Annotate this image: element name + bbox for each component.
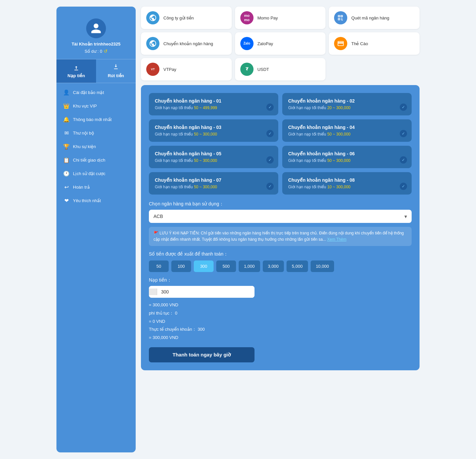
bank-card-limit: Giới hạn nạp tối thiểu 50 ~ 499,999 [155, 106, 272, 110]
tab-deposit[interactable]: Nạp tiền [56, 59, 96, 83]
menu-icon: 👑 [63, 103, 70, 109]
menu-item-label: Khu vực VIP [73, 104, 97, 108]
payment-label: USDT [257, 67, 269, 72]
payment-btn-zalopay[interactable]: ZaloZaloPay [235, 32, 326, 55]
globe-icon [146, 11, 159, 24]
username-label: Tài Khoản trinhheo2325 [72, 42, 120, 46]
menu-item-label: Hoàn trả [73, 185, 90, 190]
payment-label: ZaloPay [257, 41, 273, 46]
bank-card-limit: Giới hạn nạp tối thiểu 50 ~ 300,000 [155, 185, 272, 189]
calc-line5: = 300,000 VND [149, 334, 412, 342]
bank-select[interactable]: ACBVCBBIDVTCBMBVPBTPBVIBSCB [149, 210, 412, 223]
pay-button[interactable]: Thanh toán ngay bây giờ [149, 347, 255, 362]
amount-btn-10,000[interactable]: 10,000 [311, 260, 334, 272]
payment-label: Chuyển khoản ngân hàng [163, 41, 213, 46]
bank-card-5[interactable]: Chuyển khoản ngân hàng - 05 Giới hạn nạp… [149, 146, 278, 168]
notice-flag: 🚩 [153, 231, 158, 235]
bank-card-8[interactable]: Chuyển khoản ngân hàng - 08 Giới hạn nạp… [282, 172, 412, 195]
bank-card-1[interactable]: Chuyển khoản ngân hàng - 01 Giới hạn nạp… [149, 93, 278, 115]
check-icon: ✓ [400, 130, 407, 137]
amount-btn-5,000[interactable]: 5,000 [287, 260, 308, 272]
sidebar-menu-item[interactable]: 👑Khu vực VIP [56, 99, 136, 113]
bank-card-limit: Giới hạn nạp tối thiểu 20 ~ 300,000 [288, 106, 406, 110]
bank-card-limit: Giới hạn nạp tối thiểu 50 ~ 300,000 [288, 158, 406, 163]
nap-tien-input[interactable] [157, 286, 255, 298]
menu-icon: 👤 [63, 89, 70, 96]
menu-item-label: Yêu thích nhất [73, 198, 101, 203]
payment-btn-usdt[interactable]: ₮USDT [235, 58, 326, 80]
amount-btn-500[interactable]: 500 [216, 260, 236, 272]
menu-icon: 🏆 [63, 143, 70, 150]
amount-btn-1,000[interactable]: 1,000 [239, 260, 260, 272]
globe-icon [146, 37, 159, 50]
payment-btn-the-cao[interactable]: Thẻ Cào [329, 32, 420, 55]
bank-card-6[interactable]: Chuyển khoản ngân hàng - 06 Giới hạn nạp… [282, 146, 412, 168]
bank-card-title: Chuyển khoản ngân hàng - 05 [155, 151, 272, 156]
payment-label: Thẻ Cào [351, 41, 368, 46]
calc-line1: = 300,000 VND [149, 301, 412, 309]
calc-line4: Thực tế chuyển khoản： 300 [149, 325, 412, 334]
calc-info: = 300,000 VND phí thủ tục： 0 = 0 VND Thự… [149, 301, 412, 342]
qr-icon [334, 11, 347, 24]
payment-btn-vtpay[interactable]: VTVTPay [141, 58, 232, 80]
amount-btn-3,000[interactable]: 3,000 [263, 260, 284, 272]
payment-methods-grid: Công ty gửi tiềnmomoMomo PayQuét mã ngân… [141, 7, 420, 80]
payment-btn-qr[interactable]: Quét mã ngân hàng [329, 7, 420, 29]
vtpay-icon: VT [146, 63, 159, 76]
nap-input-wrapper [149, 286, 255, 298]
main-content: Công ty gửi tiềnmomoMomo PayQuét mã ngân… [141, 7, 420, 452]
menu-item-label: Cài đặt bảo mật [73, 90, 104, 95]
payment-label: Quét mã ngân hàng [351, 15, 389, 20]
amount-btn-50[interactable]: 50 [149, 260, 169, 272]
momo-icon: momo [240, 11, 254, 24]
menu-icon: 🔔 [63, 116, 70, 123]
sidebar-menu: 👤Cài đặt bảo mật👑Khu vực VIP🔔Thông báo m… [56, 83, 136, 210]
amount-btn-300[interactable]: 300 [194, 260, 214, 272]
payment-btn-momo[interactable]: momoMomo Pay [235, 7, 326, 29]
sidebar-menu-item[interactable]: 🕐Lịch sử đặt cược [56, 167, 136, 180]
sidebar-menu-item[interactable]: 🏆Khu sự kiện [56, 140, 136, 153]
amount-buttons: 501003005001,0003,0005,00010,000 [149, 260, 412, 272]
usdt-icon: ₮ [240, 63, 254, 76]
menu-icon: 📋 [63, 157, 70, 163]
menu-item-label: Thông báo mới nhất [73, 117, 112, 122]
payment-label: Công ty gửi tiền [163, 15, 194, 20]
sidebar-menu-item[interactable]: ✉Thư nội bộ [56, 126, 136, 140]
bank-section: Chuyển khoản ngân hàng - 01 Giới hạn nạp… [141, 85, 420, 370]
menu-item-label: Chi tiết giao dịch [73, 158, 105, 163]
payment-btn-cong-ty[interactable]: Công ty gửi tiền [141, 7, 232, 29]
bank-card-limit: Giới hạn nạp tối thiểu 50 ~ 300,000 [155, 132, 272, 137]
bank-card-7[interactable]: Chuyển khoản ngân hàng - 07 Giới hạn nạp… [149, 172, 278, 195]
check-icon: ✓ [266, 183, 274, 190]
amount-label: Số tiền được đề xuất để thanh toán： [149, 251, 412, 257]
bank-card-4[interactable]: Chuyển khoản ngân hàng - 04 Giới hạn nạp… [282, 119, 412, 142]
bank-card-title: Chuyển khoản ngân hàng - 03 [155, 125, 272, 130]
bank-card-3[interactable]: Chuyển khoản ngân hàng - 03 Giới hạn nạp… [149, 119, 278, 142]
check-icon: ✓ [400, 183, 407, 190]
check-icon: ✓ [266, 104, 274, 111]
refresh-icon[interactable]: ↺ [104, 48, 108, 54]
bank-card-title: Chuyển khoản ngân hàng - 07 [155, 177, 272, 183]
amount-btn-100[interactable]: 100 [171, 260, 191, 272]
payment-btn-chuyen-khoan[interactable]: Chuyển khoản ngân hàng [141, 32, 232, 55]
sidebar-menu-item[interactable]: ↩Hoàn trả [56, 180, 136, 194]
sidebar-menu-item[interactable]: 🔔Thông báo mới nhất [56, 113, 136, 126]
menu-item-label: Lịch sử đặt cược [73, 171, 105, 176]
menu-icon: ✉ [63, 130, 70, 136]
sidebar-menu-item[interactable]: 👤Cài đặt bảo mật [56, 86, 136, 99]
notice-link[interactable]: Xem Thêm [327, 237, 346, 242]
check-icon: ✓ [400, 104, 407, 111]
bank-card-limit: Giới hạn nạp tối thiểu 50 ~ 300,000 [288, 132, 406, 137]
tab-withdraw[interactable]: Rút tiền [96, 59, 136, 83]
bank-card-title: Chuyển khoản ngân hàng - 08 [288, 177, 406, 183]
sidebar-menu-item[interactable]: ❤Yêu thích nhất [56, 194, 136, 207]
menu-icon: ❤ [63, 198, 70, 204]
sidebar-tabs: Nạp tiền Rút tiền [56, 59, 136, 83]
sidebar-profile: Tài Khoản trinhheo2325 Số dư : 0 ↺ [56, 13, 136, 59]
nap-tien-label: Nạp tiền： [149, 277, 412, 283]
bank-card-2[interactable]: Chuyển khoản ngân hàng - 02 Giới hạn nạp… [282, 93, 412, 115]
menu-item-label: Khu sự kiện [73, 144, 96, 149]
input-prefix [149, 289, 157, 295]
bank-select-label: Chọn ngân hàng mà bạn sử dụng： [149, 201, 412, 207]
sidebar-menu-item[interactable]: 📋Chi tiết giao dịch [56, 153, 136, 167]
